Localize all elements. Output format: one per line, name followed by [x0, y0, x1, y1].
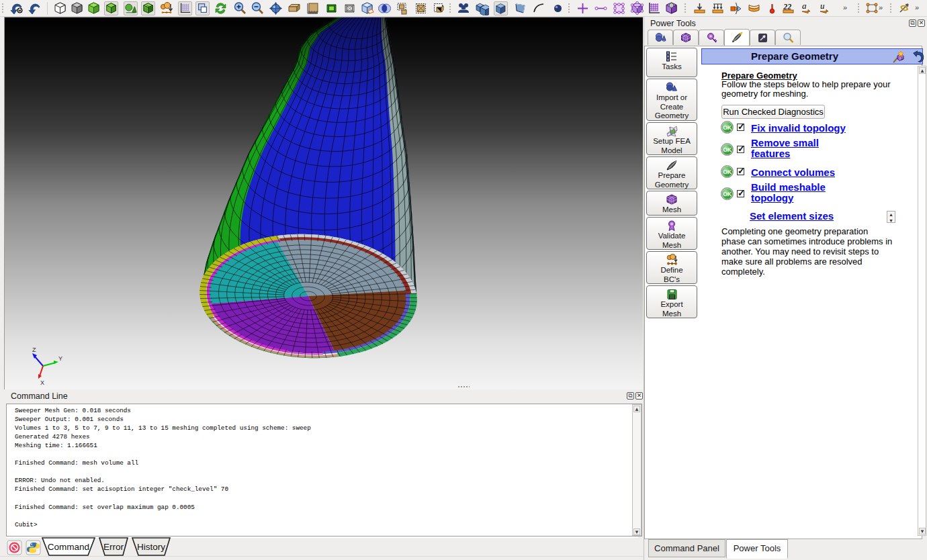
svg-text:Y: Y: [58, 355, 62, 362]
svg-text:u: u: [820, 1, 825, 11]
svg-text:History: History: [137, 542, 165, 552]
svg-text:X: X: [40, 379, 44, 386]
svg-text:a: a: [802, 1, 807, 11]
svg-text:22: 22: [783, 2, 791, 11]
svg-text:Error: Error: [103, 542, 124, 552]
svg-text:Command: Command: [48, 542, 89, 552]
svg-text:Z: Z: [32, 346, 36, 353]
